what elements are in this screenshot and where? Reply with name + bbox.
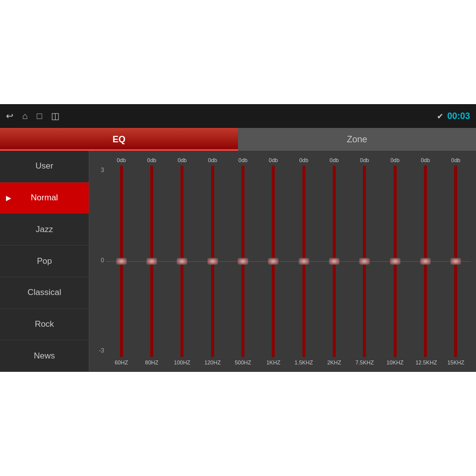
freq-label-100HZ: 100HZ [172,359,192,365]
slider-handle-2KHZ[interactable] [329,258,340,265]
slider-track-120HZ[interactable] [211,166,214,357]
slider-col-12.5KHZ[interactable] [416,166,435,357]
device-frame: ↩ ⌂ □ ◫ ✔ 00:03 EQ Zone User ▶ Normal [0,104,476,372]
sliders-area: 0db0db0db0db0db0db0db0db0db0db0db0db 60H… [106,155,471,368]
slider-handle-120HZ[interactable] [207,258,218,265]
slider-handle-15KHZ[interactable] [450,258,461,265]
freq-label-12.5KHZ: 12.5KHZ [416,359,435,365]
bluetooth-icon: ✔ [437,112,443,121]
sliders-row [106,166,471,357]
slider-col-1.5KHZ[interactable] [294,166,314,357]
freq-label-1KHZ: 1KHZ [263,359,283,365]
sidebar-item-classical[interactable]: Classical [0,277,89,309]
slider-track-1KHZ[interactable] [272,166,275,357]
slider-track-12.5KHZ[interactable] [424,166,427,357]
db-label-1.5KHZ: 0db [294,157,314,163]
freq-label-500HZ: 500HZ [233,359,253,365]
slider-handle-80HZ[interactable] [146,258,157,265]
slider-handle-60HZ[interactable] [116,258,127,265]
slider-track-15KHZ[interactable] [454,166,457,357]
y-label-mid: 0 [101,257,104,264]
sidebar-item-pop[interactable]: Pop [0,245,89,277]
freq-label-15KHZ: 15KHZ [446,359,466,365]
sidebar: User ▶ Normal Jazz Pop Classical Rock Ne… [0,151,89,372]
sidebar-label-jazz: Jazz [36,225,53,235]
freq-label-10KHZ: 10KHZ [385,359,405,365]
slider-track-80HZ[interactable] [150,166,153,357]
slider-track-10KHZ[interactable] [394,166,397,357]
slider-track-1.5KHZ[interactable] [302,166,305,357]
eq-grid: 3 0 -3 0db0db0db0db0db0db0db0db0db0db0db… [94,155,471,368]
sidebar-item-news[interactable]: News [0,340,89,372]
slider-col-100HZ[interactable] [172,166,192,357]
slider-handle-1.5KHZ[interactable] [298,258,309,265]
image-icon[interactable]: ◫ [51,111,60,121]
slider-col-15KHZ[interactable] [446,166,466,357]
sidebar-label-user: User [36,161,54,171]
freq-label-60HZ: 60HZ [112,359,131,365]
db-label-1KHZ: 0db [263,157,283,163]
eq-area: 3 0 -3 0db0db0db0db0db0db0db0db0db0db0db… [89,151,476,372]
sidebar-item-rock[interactable]: Rock [0,309,89,341]
sidebar-item-normal[interactable]: ▶ Normal [0,182,89,214]
slider-handle-12.5KHZ[interactable] [420,258,431,265]
main-content: User ▶ Normal Jazz Pop Classical Rock Ne… [0,151,476,372]
slider-handle-7.5KHZ[interactable] [359,258,370,265]
top-bar-right: ✔ 00:03 [437,111,470,121]
home-icon[interactable]: ⌂ [22,111,28,121]
window-icon[interactable]: □ [37,111,42,121]
slider-col-80HZ[interactable] [142,166,162,357]
db-label-7.5KHZ: 0db [355,157,374,163]
slider-track-7.5KHZ[interactable] [363,166,366,357]
slider-col-500HZ[interactable] [233,166,253,357]
sidebar-label-normal: Normal [31,193,58,203]
back-icon[interactable]: ↩ [6,111,13,121]
sidebar-label-rock: Rock [35,319,54,329]
slider-track-60HZ[interactable] [120,166,123,357]
y-label-bot: -3 [99,347,104,354]
db-label-80HZ: 0db [142,157,162,163]
db-label-60HZ: 0db [112,157,131,163]
freq-label-120HZ: 120HZ [203,359,223,365]
slider-handle-1KHZ[interactable] [268,258,279,265]
db-label-15KHZ: 0db [446,157,466,163]
db-label-10KHZ: 0db [385,157,405,163]
slider-handle-100HZ[interactable] [177,258,187,265]
db-label-120HZ: 0db [203,157,223,163]
db-label-12.5KHZ: 0db [416,157,435,163]
slider-track-500HZ[interactable] [241,166,244,357]
slider-handle-10KHZ[interactable] [390,258,401,265]
freq-label-7.5KHZ: 7.5KHZ [355,359,374,365]
freq-label-1.5KHZ: 1.5KHZ [294,359,314,365]
slider-track-100HZ[interactable] [180,166,183,357]
sidebar-label-classical: Classical [27,288,61,298]
freq-labels-row: 60HZ80HZ100HZ120HZ500HZ1KHZ1.5KHZ2KHZ7.5… [106,357,471,368]
sidebar-label-news: News [34,351,55,361]
slider-col-120HZ[interactable] [203,166,223,357]
sidebar-item-jazz[interactable]: Jazz [0,214,89,245]
y-label-top: 3 [101,167,104,174]
tab-zone-label: Zone [347,134,367,145]
slider-col-60HZ[interactable] [112,166,131,357]
freq-label-2KHZ: 2KHZ [324,359,344,365]
slider-col-7.5KHZ[interactable] [355,166,374,357]
top-bar-left: ↩ ⌂ □ ◫ [6,111,60,121]
slider-col-1KHZ[interactable] [263,166,283,357]
freq-label-80HZ: 80HZ [142,359,162,365]
db-label-2KHZ: 0db [324,157,344,163]
sliders-top-labels: 0db0db0db0db0db0db0db0db0db0db0db0db [106,155,471,166]
tab-eq-label: EQ [113,134,125,145]
slider-track-2KHZ[interactable] [333,166,336,357]
slider-handle-500HZ[interactable] [238,258,248,265]
db-label-500HZ: 0db [233,157,253,163]
sidebar-item-user[interactable]: User [0,151,89,182]
db-label-100HZ: 0db [172,157,192,163]
tab-eq[interactable]: EQ [0,128,238,151]
time-display: 00:03 [447,111,470,121]
top-bar: ↩ ⌂ □ ◫ ✔ 00:03 [0,104,476,128]
slider-col-10KHZ[interactable] [385,166,405,357]
y-axis: 3 0 -3 [94,155,106,368]
tab-zone[interactable]: Zone [238,128,476,151]
sidebar-label-pop: Pop [37,256,52,266]
slider-col-2KHZ[interactable] [324,166,344,357]
